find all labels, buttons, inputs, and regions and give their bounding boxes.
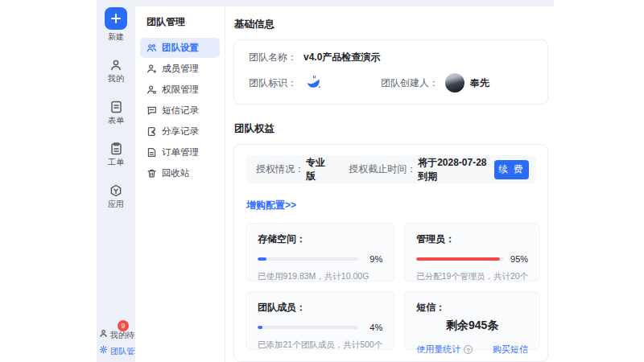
sms-buy-label: 购买短信: [493, 343, 528, 356]
license-bar: 授权情况： 专业版 授权截止时间： 将于2028-07-28到期 续 费: [246, 155, 536, 183]
team-logo-whale-icon[interactable]: [303, 73, 323, 93]
renew-button[interactable]: 续 费: [494, 160, 529, 179]
sidebar-item-label: 权限管理: [162, 84, 199, 96]
admin-title: 管理员：: [416, 232, 528, 246]
sms-buy-link[interactable]: 购买短信: [493, 343, 528, 356]
chat-bubble-icon: [147, 105, 157, 116]
members-title: 团队成员：: [258, 301, 382, 315]
todo-count-badge: 9: [118, 320, 129, 331]
admin-caption: 已分配19个管理员，共计20个: [416, 271, 528, 282]
members-progress-bar: [258, 326, 358, 329]
expire-label: 授权截止时间：: [349, 162, 416, 176]
basic-info-card: 团队名称： v4.0产品检查演示 团队标识： 团队创建人： 奉先: [233, 39, 548, 105]
sidebar-item-share-records[interactable]: 分享记录: [140, 121, 220, 142]
storage-stat-card: 存储空间： 9% 已使用919.83M，共计10.00G: [246, 223, 394, 282]
sidebar-item-team-settings[interactable]: 团队设置: [140, 38, 220, 58]
trash-icon: [147, 168, 157, 179]
rail-item-tickets[interactable]: 工单: [108, 142, 124, 167]
sidebar-item-sms-records[interactable]: 短信记录: [140, 101, 220, 121]
admin-stat-card: 管理员： 95% 已分配19个管理员，共计20个: [404, 223, 540, 282]
rail-item-label: 表单: [108, 117, 124, 125]
sms-stat-card: 短信： 剩余945条 使用量统计 ? 购买短信: [404, 291, 540, 350]
window-top-strip: [135, 0, 554, 6]
sms-usage-link[interactable]: 使用量统计 ?: [416, 343, 473, 356]
clipboard-icon: [109, 142, 123, 155]
content-panel: 团队管理 团队设置 成员管理 权限管理 短信记录 分享记录: [135, 6, 554, 362]
basic-info-title: 基础信息: [234, 18, 548, 31]
rail-item-apps[interactable]: 应用: [108, 183, 124, 208]
team-logo-label: 团队标识：: [249, 76, 297, 90]
member-add-icon: [147, 64, 157, 74]
sidebar-item-members[interactable]: 成员管理: [140, 59, 220, 79]
todo-user-icon: [99, 329, 108, 341]
admin-progress-bar: [416, 257, 504, 261]
plus-icon: [110, 13, 122, 24]
left-rail: 新建 我的 表单 工单 应用 我的待办 9: [97, 0, 135, 362]
sidebar-title: 团队管理: [135, 15, 225, 37]
addon-config-link[interactable]: 增购配置>>: [246, 199, 296, 212]
expire-value: 将于2028-07-28到期: [418, 156, 494, 183]
help-question-icon[interactable]: ?: [464, 345, 473, 354]
rail-item-forms[interactable]: 表单: [108, 100, 124, 125]
sidebar-item-label: 团队设置: [162, 42, 199, 54]
admin-percent: 95%: [504, 254, 528, 264]
sms-remaining: 剩余945条: [416, 319, 528, 333]
sidebar-item-label: 分享记录: [162, 125, 199, 138]
form-icon: [109, 100, 123, 113]
benefits-title: 团队权益: [234, 122, 548, 136]
storage-title: 存储空间：: [258, 232, 382, 246]
rail-item-label: 我的: [108, 75, 124, 83]
creator-avatar[interactable]: [445, 73, 464, 93]
permission-user-icon: [147, 84, 157, 95]
sidebar-item-label: 短信记录: [162, 105, 199, 117]
order-doc-icon: [147, 147, 157, 158]
rail-item-label: 应用: [108, 200, 124, 208]
members-stat-card: 团队成员： 4% 已添加21个团队成员，共计500个: [246, 291, 394, 350]
stats-grid: 存储空间： 9% 已使用919.83M，共计10.00G 管理员：: [246, 223, 536, 350]
sidebar-item-permissions[interactable]: 权限管理: [140, 80, 220, 100]
share-doc-icon: [147, 126, 157, 137]
team-group-icon: [147, 43, 157, 53]
app-root: 新建 我的 表单 工单 应用 我的待办 9: [0, 0, 644, 362]
members-caption: 已添加21个团队成员，共计500个: [258, 339, 382, 351]
storage-caption: 已使用919.83M，共计10.00G: [258, 271, 382, 282]
license-label: 授权情况：: [256, 162, 304, 176]
license-value: 专业版: [306, 156, 331, 183]
sidebar-item-label: 成员管理: [162, 63, 199, 75]
rail-item-label: 工单: [108, 158, 124, 167]
creator-name: 奉先: [470, 76, 489, 90]
team-name-value: v4.0产品检查演示: [303, 51, 380, 64]
creator-label: 团队创建人：: [381, 76, 439, 90]
sms-usage-label: 使用量统计: [416, 343, 460, 356]
members-percent: 4%: [358, 323, 382, 332]
gear-icon: [99, 345, 108, 357]
storage-progress-bar: [258, 257, 358, 261]
user-icon: [109, 58, 123, 72]
my-todo-item[interactable]: 我的待办 9: [97, 329, 135, 341]
sidebar-item-label: 回收站: [162, 167, 190, 179]
hexagon-app-icon: [109, 183, 123, 197]
team-admin-item[interactable]: 团队管理: [97, 345, 135, 357]
sidebar-item-orders[interactable]: 订单管理: [140, 142, 220, 162]
main-content: 基础信息 团队名称： v4.0产品检查演示 团队标识： 团队创建人： 奉先 团队…: [225, 6, 554, 362]
settings-sidebar: 团队管理 团队设置 成员管理 权限管理 短信记录 分享记录: [135, 6, 225, 362]
sidebar-item-recycle-bin[interactable]: 回收站: [140, 163, 220, 183]
sms-title: 短信：: [416, 301, 528, 315]
rail-item-mine[interactable]: 我的: [108, 58, 124, 83]
benefits-card: 授权情况： 专业版 授权截止时间： 将于2028-07-28到期 续 费 增购配…: [233, 144, 548, 362]
new-button[interactable]: [105, 7, 127, 30]
sidebar-item-label: 订单管理: [162, 146, 199, 158]
new-button-label: 新建: [108, 33, 124, 41]
storage-percent: 9%: [358, 254, 382, 264]
team-name-label: 团队名称：: [249, 51, 297, 64]
